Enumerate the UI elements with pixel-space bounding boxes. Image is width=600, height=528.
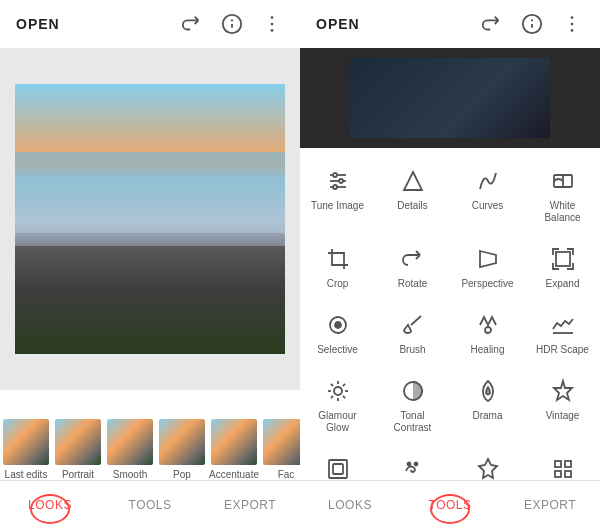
info-icon[interactable] xyxy=(220,12,244,36)
tool-perspective[interactable]: Perspective xyxy=(454,240,522,294)
tool-another[interactable] xyxy=(529,450,597,480)
tab-looks-right[interactable]: LOOKS xyxy=(300,481,400,528)
details-icon xyxy=(398,166,428,196)
tool-curves[interactable]: Curves xyxy=(454,162,522,228)
list-item[interactable]: Smooth xyxy=(104,419,156,480)
svg-point-24 xyxy=(335,322,341,328)
tab-export-left[interactable]: EXPORT xyxy=(200,481,300,528)
svg-rect-38 xyxy=(329,460,347,478)
tool-drama[interactable]: Drama xyxy=(454,372,522,438)
svg-point-26 xyxy=(485,327,491,333)
list-item[interactable]: Pop xyxy=(156,419,208,480)
tool-tonal-contrast[interactable]: Tonal Contrast xyxy=(379,372,447,438)
tool-crop[interactable]: Crop xyxy=(304,240,372,294)
tools-row-4: Glamour Glow Tonal Contrast xyxy=(300,366,600,444)
info-icon-right[interactable] xyxy=(520,12,544,36)
svg-marker-18 xyxy=(404,172,422,190)
right-title: OPEN xyxy=(316,16,360,32)
thumbnail-strip: Last edits Portrait Smooth Pop Accentuat… xyxy=(0,390,300,480)
tools-row-1: Tune Image Details Curves xyxy=(300,156,600,234)
rotate-label: Rotate xyxy=(398,278,427,290)
svg-point-27 xyxy=(334,387,342,395)
tool-rotate[interactable]: Rotate xyxy=(379,240,447,294)
thumb-accentuate xyxy=(211,419,257,465)
svg-point-5 xyxy=(271,29,274,32)
svg-rect-45 xyxy=(565,471,571,477)
tool-mystery[interactable] xyxy=(454,450,522,480)
svg-line-32 xyxy=(330,384,332,386)
left-top-icons xyxy=(180,12,284,36)
list-item[interactable]: Portrait xyxy=(52,419,104,480)
svg-rect-22 xyxy=(556,252,570,266)
left-top-bar: OPEN xyxy=(0,0,300,48)
right-panel: OPEN xyxy=(300,0,600,528)
svg-point-16 xyxy=(339,179,343,183)
tool-white-balance[interactable]: White Balance xyxy=(529,162,597,228)
thumb-fac xyxy=(263,419,300,465)
tab-looks-left[interactable]: LOOKS xyxy=(0,481,100,528)
tool-healing[interactable]: Healing xyxy=(454,306,522,360)
tab-tools-right[interactable]: TOOLS xyxy=(400,481,500,528)
selective-label: Selective xyxy=(317,344,358,356)
list-item[interactable]: Fac xyxy=(260,419,300,480)
svg-point-3 xyxy=(271,16,274,19)
thumb-portrait xyxy=(55,419,101,465)
selective-icon xyxy=(323,310,353,340)
tool-selective[interactable]: Selective xyxy=(304,306,372,360)
svg-rect-44 xyxy=(555,471,561,477)
tab-tools-left[interactable]: TOOLS xyxy=(100,481,200,528)
expand-icon xyxy=(548,244,578,274)
curves-label: Curves xyxy=(472,200,504,212)
thumb-label: Last edits xyxy=(5,469,48,480)
more-icon[interactable] xyxy=(260,12,284,36)
export-label-left: EXPORT xyxy=(224,498,276,512)
glamourglow-label: Glamour Glow xyxy=(308,410,368,434)
rotate-icon[interactable] xyxy=(180,12,204,36)
details-label: Details xyxy=(397,200,428,212)
right-top-icons xyxy=(480,12,584,36)
tool-hdr-scape[interactable]: HDR Scape xyxy=(529,306,597,360)
svg-line-25 xyxy=(411,316,421,325)
looks-label-right: LOOKS xyxy=(328,498,372,512)
crop-label: Crop xyxy=(327,278,349,290)
tools-row-5 xyxy=(300,444,600,480)
facetune-icon xyxy=(398,454,428,480)
glamourglow-icon xyxy=(323,376,353,406)
tool-frames[interactable] xyxy=(304,450,372,480)
tonalcontrast-icon xyxy=(398,376,428,406)
tonal-label: Tonal Contrast xyxy=(383,410,443,434)
list-item[interactable]: Last edits xyxy=(0,419,52,480)
frames-icon xyxy=(323,454,353,480)
tools-grid: Tune Image Details Curves xyxy=(300,148,600,480)
tool-brush[interactable]: Brush xyxy=(379,306,447,360)
svg-line-34 xyxy=(342,384,344,386)
tab-export-right[interactable]: EXPORT xyxy=(500,481,600,528)
tool-details[interactable]: Details xyxy=(379,162,447,228)
tool-facetune[interactable] xyxy=(379,450,447,480)
tool-vintage[interactable]: Vintage xyxy=(529,372,597,438)
tool-expand[interactable]: Expand xyxy=(529,240,597,294)
perspective-icon xyxy=(473,244,503,274)
perspective-label: Perspective xyxy=(461,278,513,290)
right-top-bar: OPEN xyxy=(300,0,600,48)
drama-icon xyxy=(473,376,503,406)
thumb-label: Pop xyxy=(173,469,191,480)
looks-label-left: LOOKS xyxy=(28,498,72,512)
svg-line-35 xyxy=(330,396,332,398)
tune-icon xyxy=(323,166,353,196)
tools-row-2: Crop Rotate Perspective xyxy=(300,234,600,300)
thumb-label: Smooth xyxy=(113,469,147,480)
list-item[interactable]: Accentuate xyxy=(208,419,260,480)
brush-label: Brush xyxy=(399,344,425,356)
thumb-label: Accentuate xyxy=(209,469,259,480)
left-bottom-nav: LOOKS TOOLS EXPORT xyxy=(0,480,300,528)
tool-tune-image[interactable]: Tune Image xyxy=(304,162,372,228)
more-icon-right[interactable] xyxy=(560,12,584,36)
tool-glamour-glow[interactable]: Glamour Glow xyxy=(304,372,372,438)
thumb-pop xyxy=(159,419,205,465)
brush-icon xyxy=(398,310,428,340)
thumb-label: Portrait xyxy=(62,469,94,480)
whitebalance-icon xyxy=(548,166,578,196)
rotate-icon-right[interactable] xyxy=(480,12,504,36)
healing-icon xyxy=(473,310,503,340)
